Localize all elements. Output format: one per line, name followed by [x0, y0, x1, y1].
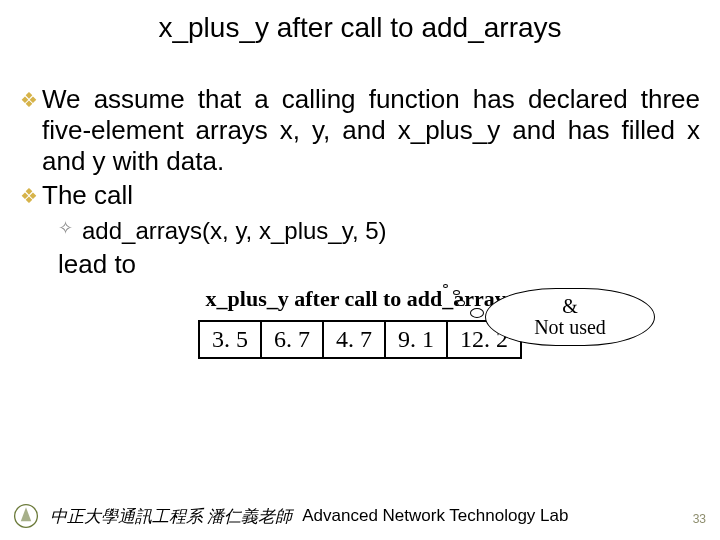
cloud-bubble-icon — [457, 300, 465, 306]
page-number: 33 — [693, 512, 706, 526]
university-logo-icon — [10, 500, 42, 532]
bullet-item-2: ❖ The call — [20, 180, 700, 211]
bullet-item-1: ❖ We assume that a calling function has … — [20, 84, 700, 178]
diamond-icon: ❖ — [20, 84, 42, 112]
bullet-text: We assume that a calling function has de… — [42, 84, 700, 178]
array-cell: 4. 7 — [323, 321, 385, 358]
sub-bullet-text: add_arrays(x, y, x_plus_y, 5) — [82, 217, 387, 245]
slide-footer: 中正大學通訊工程系 潘仁義老師 Advanced Network Technol… — [0, 500, 720, 532]
sub-bullet-item: ✧ add_arrays(x, y, x_plus_y, 5) — [20, 217, 700, 245]
bullet-text: The call — [42, 180, 700, 211]
diamond-outline-icon: ✧ — [58, 217, 82, 239]
cloud-body: & Not used — [485, 288, 655, 346]
array-cell: 3. 5 — [199, 321, 261, 358]
callout-line-1: & — [562, 296, 578, 317]
cloud-bubble-icon — [453, 290, 460, 295]
cloud-bubble-icon — [470, 308, 484, 318]
array-cell: 9. 1 — [385, 321, 447, 358]
footer-lab: Advanced Network Technology Lab — [302, 506, 568, 526]
cloud-callout: & Not used — [465, 278, 665, 368]
diamond-icon: ❖ — [20, 180, 42, 208]
array-cell: 6. 7 — [261, 321, 323, 358]
footer-department: 中正大學通訊工程系 潘仁義老師 — [50, 505, 292, 528]
callout-line-2: Not used — [534, 317, 606, 338]
slide-title: x_plus_y after call to add_arrays — [0, 0, 720, 44]
lead-text: lead to — [20, 249, 700, 280]
cloud-bubble-icon — [443, 284, 448, 288]
